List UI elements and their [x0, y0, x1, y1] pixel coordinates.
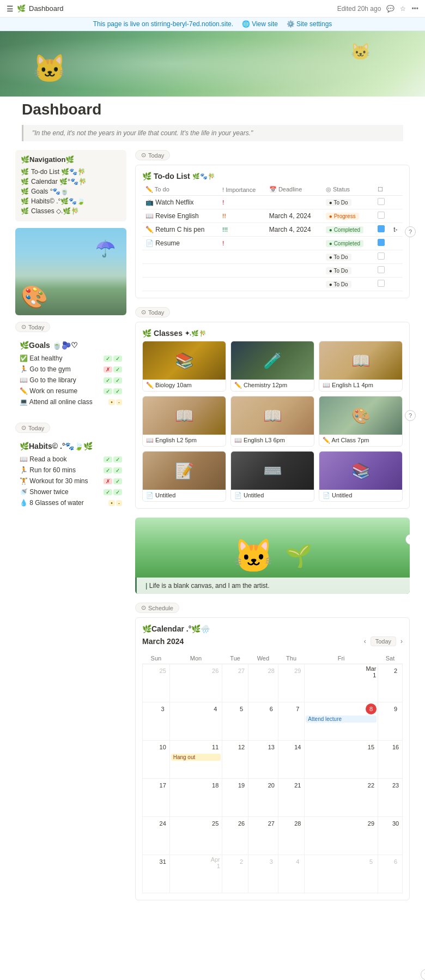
sidebar-item-goals[interactable]: 🌿 Goals °🐾🍵 [21, 187, 121, 196]
calendar-cell[interactable]: 6 [378, 855, 402, 893]
goal-item[interactable]: ✏️ Work on resume ✓ ✓ [20, 386, 122, 396]
goal-item[interactable]: 🏃 Go to the gym ✗ ✓ [20, 364, 122, 375]
calendar-cell[interactable]: Apr 1 [169, 855, 222, 893]
class-card-english1[interactable]: 📖 📖 English L1 4pm [319, 341, 403, 392]
calendar-cell[interactable]: 5 [222, 702, 248, 741]
table-row[interactable]: ● To Do [142, 278, 403, 291]
calendar-cell[interactable]: 2 [378, 664, 402, 702]
sidebar-item-habits[interactable]: 🌿 Habits© .°🌿🐾🍃 [21, 196, 121, 206]
calendar-cell[interactable]: 2 [222, 855, 248, 893]
star-icon[interactable]: ☆ [400, 5, 406, 13]
date-number: 27 [266, 818, 277, 829]
prev-month-button[interactable]: ‹ [364, 638, 366, 645]
calendar-cell[interactable]: 16 [378, 741, 402, 779]
table-row[interactable]: ● To Do [142, 264, 403, 278]
site-settings-link[interactable]: ⚙️ Site settings [287, 20, 332, 28]
calendar-cell[interactable]: 10 [143, 741, 170, 779]
table-row[interactable]: 📺 Watch Netflix ! ● To Do [142, 196, 403, 209]
goals-nav-icon: 🌿 [21, 188, 29, 195]
calendar-cell[interactable]: 3 [248, 855, 278, 893]
calendar-cell[interactable]: 4 [169, 702, 222, 741]
table-row[interactable]: ✏️ Return C his pen !!! March 4, 2024 ● … [142, 223, 403, 237]
calendar-cell[interactable]: 29 [305, 817, 378, 855]
table-row[interactable]: 📖 Revise English !! March 4, 2024 ● Prog… [142, 209, 403, 223]
calendar-help-button[interactable]: ? [421, 969, 425, 980]
goals-title: 🌿Goals 🍵🫐♡ [20, 341, 122, 350]
class-card-english3[interactable]: 📖 📖 English L3 6pm [230, 396, 314, 447]
calendar-cell[interactable]: 27 [248, 817, 278, 855]
classes-help-button[interactable]: ? [405, 410, 416, 421]
calendar-cell[interactable]: 23 [378, 779, 402, 817]
habit-item[interactable]: 📖 Read a book ✓ ✓ [20, 454, 122, 465]
calendar-cell[interactable]: 9 [378, 702, 402, 741]
calendar-cell[interactable]: 15 [305, 741, 378, 779]
date-number: 10 [157, 742, 168, 753]
calendar-cell[interactable]: 24 [143, 817, 170, 855]
calendar-cell[interactable]: 25 [169, 817, 222, 855]
calendar-cell[interactable]: 17 [143, 779, 170, 817]
calendar-cell[interactable]: 14 [278, 741, 305, 779]
calendar-event[interactable]: Hang out [171, 754, 221, 761]
calendar-cell[interactable]: 26 [222, 817, 248, 855]
calendar-cell[interactable]: 25 [143, 664, 170, 702]
habit-item[interactable]: 💧 8 Glasses of water • - [20, 497, 122, 508]
class-card-chemistry[interactable]: 🧪 ✏️ Chemistry 12pm [230, 341, 314, 392]
classes-grid: 📚 ✏️ Biology 10am 🧪 ✏️ Chemistry 12pm 📖 [142, 341, 403, 502]
comment-icon[interactable]: 💬 [386, 5, 394, 13]
calendar-grid: Sun Mon Tue Wed Thu Fri Sat 2526272829Ma… [142, 653, 403, 893]
calendar-cell[interactable]: 12 [222, 741, 248, 779]
calendar-cell[interactable]: 28 [248, 664, 278, 702]
class-card-art[interactable]: 🎨 ✏️ Art Class 7pm [319, 396, 403, 447]
calendar-cell[interactable]: 7 [278, 702, 305, 741]
calendar-cell[interactable]: 5 [305, 855, 378, 893]
class-card-untitled3[interactable]: 📚 📄 Untitled [319, 451, 403, 502]
more-icon[interactable]: ••• [411, 5, 418, 13]
calendar-cell[interactable]: 20 [248, 779, 278, 817]
calendar-cell[interactable]: 4 [278, 855, 305, 893]
calendar-cell[interactable]: 11Hang out [169, 741, 222, 779]
menu-icon[interactable]: ☰ [7, 4, 14, 13]
date-number: 6 [390, 856, 401, 867]
calendar-cell[interactable]: 27 [222, 664, 248, 702]
sidebar-item-todo[interactable]: 🌿 To-do List 🌿🐾🎋 [21, 167, 121, 177]
habits-section: 🌿Habits© .°🐾🍃🌿 📖 Read a book ✓ ✓ 🏃 Run f… [15, 437, 126, 513]
table-row[interactable]: ● To Do [142, 250, 403, 264]
untitled1-thumbnail: 📝 [143, 452, 226, 490]
next-month-button[interactable]: › [400, 638, 403, 645]
habit-item[interactable]: 🚿 Shower twice ✓ ✓ [20, 486, 122, 497]
calendar-cell[interactable]: 8Attend lecture [305, 702, 378, 741]
goal-item[interactable]: ✅ Eat healthy ✓ ✓ [20, 353, 122, 364]
calendar-cell[interactable]: 3 [143, 702, 170, 741]
goal-item[interactable]: 💻 Attend all online class • - [20, 396, 122, 407]
calendar-cell[interactable]: 6 [248, 702, 278, 741]
calendar-cell[interactable]: 19 [222, 779, 248, 817]
date-number: 28 [292, 818, 303, 829]
date-number: Apr 1 [210, 857, 221, 868]
calendar-cell[interactable]: 29 [278, 664, 305, 702]
view-site-link[interactable]: 🌐 View site [242, 20, 278, 28]
habit-item[interactable]: 🏋️ Workout for 30 mins ✗ ✓ [20, 476, 122, 486]
class-card-english2[interactable]: 📖 📖 English L2 5pm [142, 396, 226, 447]
class-card-untitled2[interactable]: ⌨️ 📄 Untitled [230, 451, 314, 502]
goal-item[interactable]: 📖 Go to the library ✓ ✓ [20, 375, 122, 386]
app-icon: 🌿 [17, 4, 26, 13]
habit-item[interactable]: 🏃 Run for 60 mins ✓ ✓ [20, 465, 122, 476]
calendar-cell[interactable]: 13 [248, 741, 278, 779]
calendar-cell[interactable]: 30 [378, 817, 402, 855]
sidebar-item-classes[interactable]: 🌿 Classes ◇.🌿🎋 [21, 206, 121, 216]
calendar-cell[interactable]: 21 [278, 779, 305, 817]
page-quote: "In the end, it's not the years in your … [22, 125, 403, 141]
calendar-cell[interactable]: 18 [169, 779, 222, 817]
calendar-cell[interactable]: Mar 1 [305, 664, 378, 702]
table-row[interactable]: 📄 Resume ! ● Completed [142, 237, 403, 250]
todo-help-button[interactable]: ? [405, 226, 416, 237]
class-card-untitled1[interactable]: 📝 📄 Untitled [142, 451, 226, 502]
calendar-event[interactable]: Attend lecture [306, 716, 377, 723]
calendar-cell[interactable]: 22 [305, 779, 378, 817]
today-nav-button[interactable]: Today [371, 636, 396, 646]
sidebar-item-calendar[interactable]: 🌿 Calendar 🌿°🐾🎋 [21, 177, 121, 187]
calendar-cell[interactable]: 31 [143, 855, 170, 893]
calendar-cell[interactable]: 28 [278, 817, 305, 855]
calendar-cell[interactable]: 26 [169, 664, 222, 702]
class-card-biology[interactable]: 📚 ✏️ Biology 10am [142, 341, 226, 392]
